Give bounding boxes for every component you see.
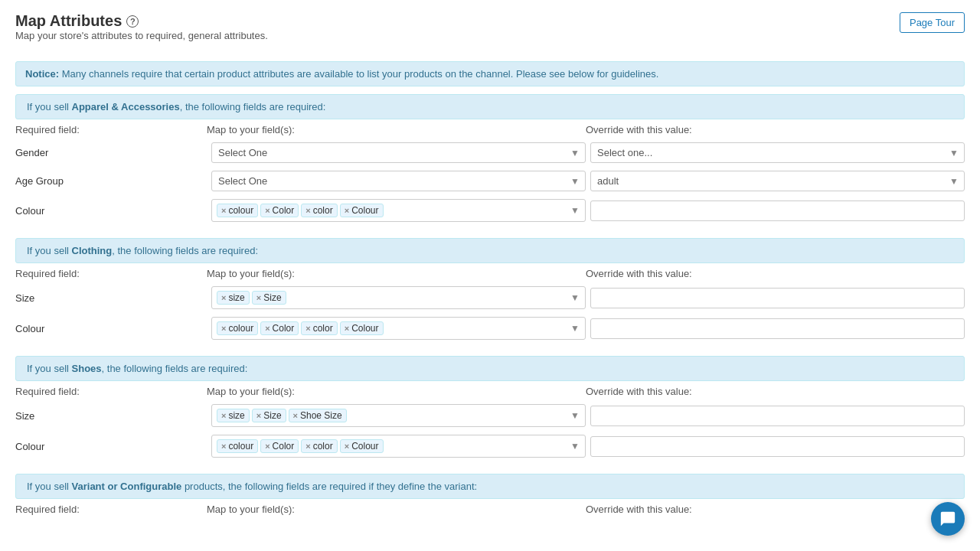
section-apparel: If you sell Apparel & Accessories, the f… [15, 94, 965, 226]
section-bold-clothing: Clothing [72, 245, 113, 256]
col-override-clothing: Override with this value: [586, 268, 965, 279]
col-override-variant: Override with this value: [586, 504, 965, 515]
col-map-shoes: Map to your field(s): [207, 386, 586, 397]
label-size-shoes: Size [15, 410, 207, 422]
subtitle: Map your store's attributes to required,… [15, 30, 268, 41]
map-tags-size-clothing[interactable]: × size × Size ▼ [211, 286, 586, 309]
gender-override-dropdown[interactable]: Select one... adult [590, 142, 965, 163]
notice-prefix: Notice: [25, 68, 59, 80]
section-bold-shoes: Shoes [72, 363, 102, 374]
tag-colour3: × color [301, 204, 337, 217]
tag-sh-size2: × Size [252, 409, 286, 422]
col-required-shoes: Required field: [15, 386, 207, 397]
notice-text: Many channels require that certain produ… [62, 68, 659, 80]
tag-size1: × size [217, 291, 250, 305]
tag-sh-colour2: × Color [260, 439, 299, 453]
tag-colour2: × Color [260, 204, 299, 217]
age-group-map-dropdown[interactable]: Select One [211, 171, 586, 191]
tag-select-colour-apparel[interactable]: × colour × Color × color × Colour [211, 199, 586, 222]
field-header-row-clothing: Required field: Map to your field(s): Ov… [15, 263, 965, 282]
col-map-variant: Map to your field(s): [207, 504, 586, 515]
field-row-gender: Gender Select One ▼ Select one... adult … [15, 139, 965, 167]
tag-cl-colour2: × Color [260, 321, 299, 335]
size-clothing-override-input[interactable] [590, 288, 965, 308]
colour-apparel-override-input[interactable] [590, 201, 965, 221]
age-group-override-dropdown[interactable]: Select one... adult [590, 171, 965, 191]
override-select-age-group[interactable]: Select one... adult ▼ [590, 171, 965, 191]
map-tags-colour-shoes[interactable]: × colour × Color × color × Colour ▼ [211, 435, 586, 458]
col-override-apparel: Override with this value: [586, 124, 965, 135]
tag-select-colour-shoes[interactable]: × colour × Color × color × Colour [211, 435, 586, 458]
map-select-gender[interactable]: Select One ▼ [211, 142, 586, 163]
colour-clothing-override-input[interactable] [590, 318, 965, 339]
section-header-shoes: If you sell Shoes, the following fields … [15, 356, 965, 381]
tag-cl-colour4: × Colour [340, 321, 384, 335]
section-suffix-shoes: , the following fields are required: [102, 363, 248, 374]
field-row-colour-shoes: Colour × colour × Color × color × Colour… [15, 431, 965, 461]
page-header: Map Attributes ? Map your store's attrib… [15, 12, 965, 54]
field-row-size-shoes: Size × size × Size × Shoe Size ▼ [15, 400, 965, 431]
label-age-group: Age Group [15, 175, 207, 187]
title-text: Map Attributes [15, 12, 122, 30]
field-header-row-variant: Required field: Map to your field(s): Ov… [15, 499, 965, 518]
size-shoes-override-input[interactable] [590, 406, 965, 426]
tag-colour4: × Colour [340, 204, 384, 217]
tag-size2: × Size [252, 291, 286, 305]
col-map-apparel: Map to your field(s): [207, 124, 586, 135]
section-suffix-apparel: , the following fields are required: [180, 101, 326, 112]
section-shoes: If you sell Shoes, the following fields … [15, 356, 965, 461]
map-tags-colour-apparel[interactable]: × colour × Color × color × Colour ▼ [211, 199, 586, 222]
section-suffix-clothing: , the following fields are required: [112, 245, 258, 256]
col-override-shoes: Override with this value: [586, 386, 965, 397]
tag-cl-colour3: × color [301, 321, 337, 335]
colour-shoes-override-input[interactable] [590, 436, 965, 457]
tag-sh-colour3: × color [301, 439, 337, 453]
section-header-clothing: If you sell Clothing, the following fiel… [15, 238, 965, 263]
tag-sh-size1: × size [217, 409, 250, 422]
tag-cl-colour1: × colour [217, 321, 258, 335]
section-variant: If you sell Variant or Configurable prod… [15, 474, 965, 518]
gender-map-dropdown[interactable]: Select One [211, 142, 586, 163]
tag-select-size-shoes[interactable]: × size × Size × Shoe Size [211, 404, 586, 427]
field-row-colour-clothing: Colour × colour × Color × color × Colour… [15, 313, 965, 344]
col-required-clothing: Required field: [15, 268, 207, 279]
tag-sh-colour4: × Colour [340, 439, 384, 453]
tag-select-size-clothing[interactable]: × size × Size [211, 286, 586, 309]
page-title: Map Attributes ? [15, 12, 268, 30]
label-colour-apparel: Colour [15, 205, 207, 217]
col-map-clothing: Map to your field(s): [207, 268, 586, 279]
section-prefix-apparel: If you sell [27, 101, 72, 112]
notice-box: Notice: Many channels require that certa… [15, 61, 965, 86]
map-tags-size-shoes[interactable]: × size × Size × Shoe Size ▼ [211, 404, 586, 427]
section-header-variant: If you sell Variant or Configurable prod… [15, 474, 965, 499]
help-icon[interactable]: ? [126, 15, 139, 28]
label-colour-clothing: Colour [15, 323, 207, 334]
label-colour-shoes: Colour [15, 441, 207, 452]
section-bold-variant: Variant or Configurable [72, 481, 182, 492]
override-select-gender[interactable]: Select one... adult ▼ [590, 142, 965, 163]
field-header-row-shoes: Required field: Map to your field(s): Ov… [15, 381, 965, 400]
tag-sh-size3: × Shoe Size [289, 409, 347, 422]
col-required-variant: Required field: [15, 504, 207, 515]
label-size-clothing: Size [15, 292, 207, 304]
tag-select-colour-clothing[interactable]: × colour × Color × color × Colour [211, 317, 586, 340]
section-clothing: If you sell Clothing, the following fiel… [15, 238, 965, 344]
tag-sh-colour1: × colour [217, 439, 258, 453]
label-gender: Gender [15, 147, 207, 158]
section-suffix-variant: products, the following fields are requi… [181, 481, 477, 492]
field-row-colour-apparel: Colour × colour × Color × color × Colour… [15, 195, 965, 226]
section-header-apparel: If you sell Apparel & Accessories, the f… [15, 94, 965, 119]
field-row-size-clothing: Size × size × Size ▼ [15, 282, 965, 313]
col-required-apparel: Required field: [15, 124, 207, 135]
field-header-row-apparel: Required field: Map to your field(s): Ov… [15, 119, 965, 139]
section-prefix-shoes: If you sell [27, 363, 72, 374]
section-prefix-clothing: If you sell [27, 245, 72, 256]
field-row-age-group: Age Group Select One ▼ Select one... adu… [15, 167, 965, 195]
map-tags-colour-clothing[interactable]: × colour × Color × color × Colour ▼ [211, 317, 586, 340]
section-prefix-variant: If you sell [27, 481, 72, 492]
page-tour-button[interactable]: Page Tour [900, 12, 965, 33]
chat-button[interactable] [931, 502, 965, 536]
section-bold-apparel: Apparel & Accessories [72, 101, 180, 112]
map-select-age-group[interactable]: Select One ▼ [211, 171, 586, 191]
tag-colour1: × colour [217, 204, 258, 217]
